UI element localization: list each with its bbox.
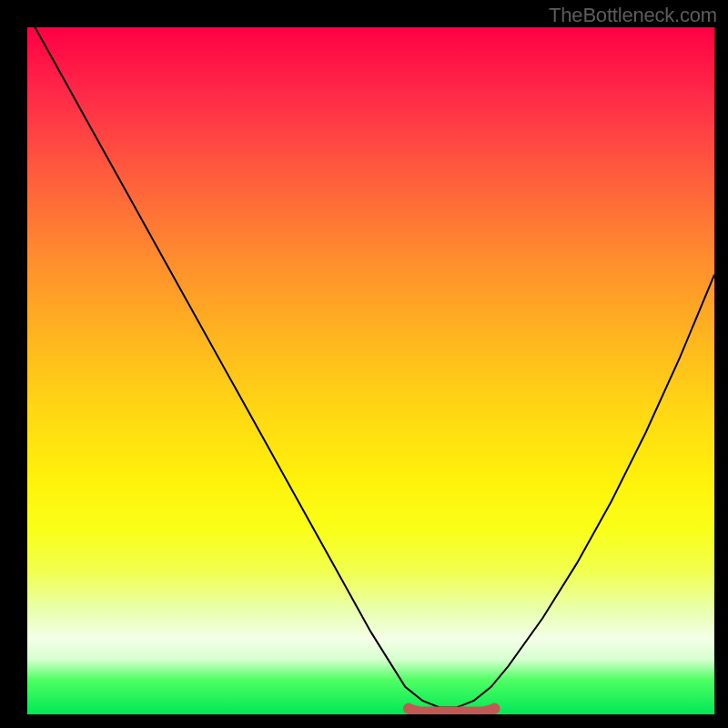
optimal-region-highlight [409, 709, 494, 713]
bottleneck-curve-line [27, 27, 714, 707]
chart-svg [27, 27, 714, 714]
plot-area [27, 27, 714, 714]
chart-frame: TheBottleneck.com [0, 0, 728, 728]
watermark-text: TheBottleneck.com [549, 4, 717, 27]
